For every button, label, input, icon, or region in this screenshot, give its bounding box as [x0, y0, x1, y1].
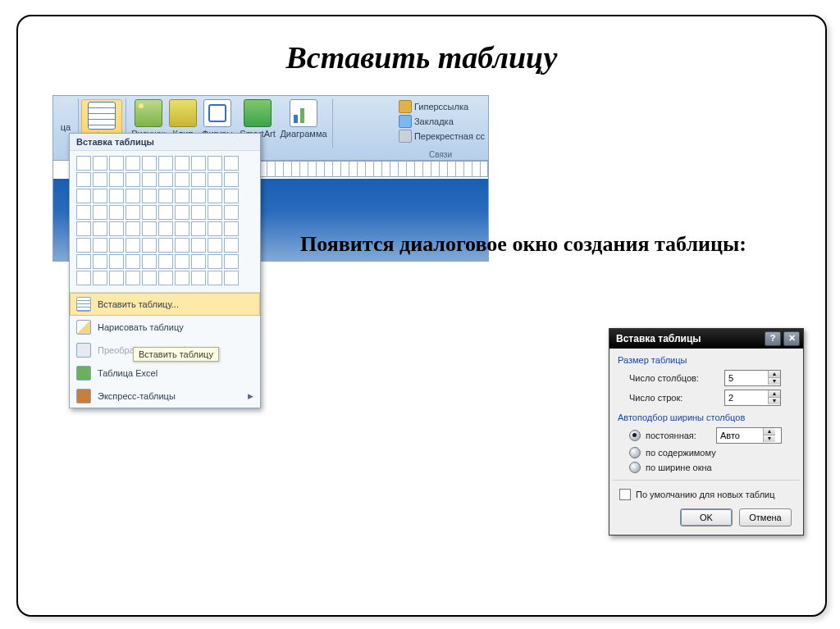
grid-cell[interactable]	[224, 271, 239, 285]
grid-cell[interactable]	[93, 172, 107, 187]
grid-cell[interactable]	[208, 238, 222, 253]
grid-cell[interactable]	[142, 205, 157, 220]
grid-cell[interactable]	[158, 254, 173, 269]
grid-cell[interactable]	[175, 205, 189, 220]
ribbon-chart-button[interactable]: Диаграмма	[280, 99, 327, 139]
grid-cell[interactable]	[76, 221, 91, 236]
columns-up[interactable]: ▲	[768, 371, 780, 377]
fixed-width-input[interactable]	[717, 428, 763, 443]
grid-cell[interactable]	[191, 189, 206, 203]
grid-cell[interactable]	[142, 238, 157, 253]
ribbon-crossref[interactable]: Перекрестная сс	[399, 129, 485, 144]
grid-cell[interactable]	[126, 189, 140, 203]
grid-cell[interactable]	[175, 271, 189, 285]
radio-content[interactable]	[629, 447, 641, 458]
menu-insert-table[interactable]: Вставить таблицу...	[70, 293, 260, 316]
grid-cell[interactable]	[93, 221, 107, 236]
grid-cell[interactable]	[175, 172, 189, 187]
grid-cell[interactable]	[142, 221, 157, 236]
cancel-button[interactable]: Отмена	[739, 508, 792, 526]
grid-cell[interactable]	[76, 189, 91, 203]
grid-cell[interactable]	[158, 221, 173, 236]
grid-cell[interactable]	[76, 205, 91, 220]
grid-cell[interactable]	[126, 205, 140, 220]
grid-cell[interactable]	[224, 238, 239, 253]
grid-cell[interactable]	[76, 271, 91, 285]
close-button[interactable]: ✕	[783, 331, 800, 346]
grid-cell[interactable]	[126, 221, 140, 236]
grid-cell[interactable]	[109, 156, 124, 171]
grid-cell[interactable]	[224, 156, 239, 171]
grid-cell[interactable]	[93, 156, 107, 171]
ribbon-bookmark[interactable]: Закладка	[399, 114, 485, 129]
grid-cell[interactable]	[208, 221, 222, 236]
fixed-down[interactable]: ▼	[763, 435, 775, 442]
grid-cell[interactable]	[142, 254, 157, 269]
grid-cell[interactable]	[191, 172, 206, 187]
grid-cell[interactable]	[142, 172, 157, 187]
grid-cell[interactable]	[208, 172, 222, 187]
grid-cell[interactable]	[126, 238, 140, 253]
grid-cell[interactable]	[208, 156, 222, 171]
remember-checkbox[interactable]	[619, 489, 631, 500]
grid-cell[interactable]	[175, 238, 189, 253]
grid-cell[interactable]	[191, 156, 206, 171]
grid-cell[interactable]	[126, 172, 140, 187]
grid-cell[interactable]	[93, 205, 107, 220]
table-grid-picker[interactable]	[70, 151, 260, 292]
grid-cell[interactable]	[109, 172, 124, 187]
grid-cell[interactable]	[175, 189, 189, 203]
rows-spinner[interactable]: ▲▼	[724, 390, 781, 406]
grid-cell[interactable]	[208, 189, 222, 203]
grid-cell[interactable]	[191, 221, 206, 236]
grid-cell[interactable]	[158, 172, 173, 187]
ribbon-hyperlink[interactable]: Гиперссылка	[399, 99, 485, 114]
columns-input[interactable]	[725, 371, 768, 385]
grid-cell[interactable]	[175, 221, 189, 236]
grid-cell[interactable]	[109, 238, 124, 253]
grid-cell[interactable]	[109, 205, 124, 220]
columns-down[interactable]: ▼	[768, 377, 780, 385]
rows-up[interactable]: ▲	[768, 390, 780, 397]
ok-button[interactable]: OK	[680, 508, 733, 526]
columns-spinner[interactable]: ▲▼	[724, 370, 781, 386]
grid-cell[interactable]	[224, 221, 239, 236]
grid-cell[interactable]	[208, 254, 222, 269]
grid-cell[interactable]	[158, 271, 173, 285]
grid-cell[interactable]	[126, 254, 140, 269]
fixed-up[interactable]: ▲	[763, 428, 775, 435]
grid-cell[interactable]	[191, 254, 206, 269]
grid-cell[interactable]	[76, 238, 91, 253]
grid-cell[interactable]	[224, 189, 239, 203]
grid-cell[interactable]	[76, 254, 91, 269]
radio-window[interactable]	[629, 462, 641, 473]
radio-fixed[interactable]	[629, 430, 641, 441]
menu-express-tables[interactable]: Экспресс-таблицы ▶	[70, 385, 260, 408]
grid-cell[interactable]	[224, 254, 239, 269]
menu-excel-table[interactable]: Таблица Excel	[70, 362, 260, 385]
grid-cell[interactable]	[93, 271, 107, 285]
grid-cell[interactable]	[142, 156, 157, 171]
grid-cell[interactable]	[158, 205, 173, 220]
grid-cell[interactable]	[191, 271, 206, 285]
grid-cell[interactable]	[208, 271, 222, 285]
grid-cell[interactable]	[208, 205, 222, 220]
grid-cell[interactable]	[76, 156, 91, 171]
grid-cell[interactable]	[142, 189, 157, 203]
grid-cell[interactable]	[93, 189, 107, 203]
grid-cell[interactable]	[93, 238, 107, 253]
menu-draw-table[interactable]: Нарисовать таблицу	[70, 316, 260, 339]
grid-cell[interactable]	[224, 205, 239, 220]
grid-cell[interactable]	[175, 254, 189, 269]
grid-cell[interactable]	[191, 238, 206, 253]
grid-cell[interactable]	[126, 156, 140, 171]
grid-cell[interactable]	[109, 254, 124, 269]
help-button[interactable]: ?	[765, 331, 781, 346]
grid-cell[interactable]	[158, 238, 173, 253]
grid-cell[interactable]	[224, 172, 239, 187]
grid-cell[interactable]	[175, 156, 189, 171]
grid-cell[interactable]	[191, 205, 206, 220]
grid-cell[interactable]	[158, 156, 173, 171]
grid-cell[interactable]	[142, 271, 157, 285]
grid-cell[interactable]	[93, 254, 107, 269]
